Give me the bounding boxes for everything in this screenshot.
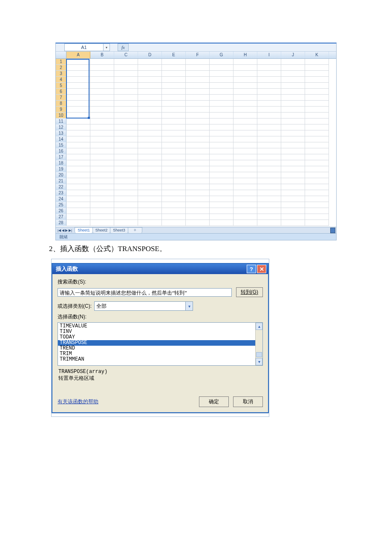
cell[interactable] <box>186 172 210 178</box>
cell[interactable] <box>114 113 138 119</box>
cell[interactable] <box>210 59 233 65</box>
cell[interactable] <box>257 220 281 226</box>
cell[interactable] <box>66 178 90 184</box>
cell[interactable] <box>138 184 162 190</box>
cell[interactable] <box>90 160 114 166</box>
cell[interactable] <box>162 124 186 130</box>
cell[interactable] <box>90 71 114 77</box>
row-header[interactable]: 2 <box>56 65 66 71</box>
list-item[interactable]: TRIMMEAN <box>58 357 255 362</box>
cell[interactable] <box>162 208 186 214</box>
cell[interactable] <box>66 148 90 154</box>
cell[interactable] <box>186 136 210 142</box>
cell[interactable] <box>233 77 257 83</box>
cell[interactable] <box>90 119 114 124</box>
cell[interactable] <box>233 208 257 214</box>
cancel-button[interactable]: 取消 <box>233 396 263 407</box>
cell[interactable] <box>281 136 305 142</box>
cell[interactable] <box>210 124 233 130</box>
cell[interactable] <box>305 178 329 184</box>
cell[interactable] <box>162 214 186 220</box>
cell[interactable] <box>305 202 329 208</box>
cell[interactable] <box>233 166 257 172</box>
cell[interactable] <box>114 172 138 178</box>
cell[interactable] <box>162 89 186 95</box>
cell[interactable] <box>162 95 186 101</box>
cell[interactable] <box>281 202 305 208</box>
cell[interactable] <box>138 142 162 148</box>
cell[interactable] <box>66 166 90 172</box>
cell[interactable] <box>66 196 90 202</box>
cell[interactable] <box>281 119 305 124</box>
row-header[interactable]: 20 <box>56 172 66 178</box>
chevron-down-icon[interactable]: ▾ <box>185 302 193 310</box>
column-header[interactable]: H <box>233 52 257 58</box>
cell[interactable] <box>257 160 281 166</box>
cell[interactable] <box>233 83 257 89</box>
cell[interactable] <box>257 142 281 148</box>
cell[interactable] <box>66 184 90 190</box>
scroll-down-icon[interactable]: ▾ <box>256 358 262 365</box>
cell[interactable] <box>186 95 210 101</box>
cell[interactable] <box>281 148 305 154</box>
cell[interactable] <box>66 202 90 208</box>
list-item[interactable]: TREND <box>58 346 255 351</box>
cell[interactable] <box>114 160 138 166</box>
cell[interactable] <box>90 208 114 214</box>
cell[interactable] <box>233 154 257 160</box>
cell[interactable] <box>186 184 210 190</box>
new-sheet-tab[interactable]: ✧ <box>128 227 142 233</box>
cell[interactable] <box>281 77 305 83</box>
cell[interactable] <box>305 113 329 119</box>
cell[interactable] <box>66 113 90 119</box>
row-header[interactable]: 4 <box>56 77 66 83</box>
cell[interactable] <box>233 130 257 136</box>
cell[interactable] <box>233 124 257 130</box>
cell[interactable] <box>281 160 305 166</box>
sheet-nav-last[interactable]: ▶| <box>69 228 72 232</box>
cell[interactable] <box>210 136 233 142</box>
cell[interactable] <box>162 101 186 107</box>
cell[interactable] <box>114 154 138 160</box>
cell[interactable] <box>257 119 281 124</box>
cell[interactable] <box>138 172 162 178</box>
cell[interactable] <box>210 214 233 220</box>
cell[interactable] <box>162 196 186 202</box>
cell[interactable] <box>210 107 233 113</box>
cell[interactable] <box>305 65 329 71</box>
row-header[interactable]: 1 <box>56 59 66 65</box>
cell[interactable] <box>186 148 210 154</box>
cell[interactable] <box>305 208 329 214</box>
cell[interactable] <box>66 142 90 148</box>
cell[interactable] <box>114 119 138 124</box>
column-header[interactable]: E <box>162 52 186 58</box>
cell[interactable] <box>210 160 233 166</box>
cell[interactable] <box>186 107 210 113</box>
cell[interactable] <box>66 154 90 160</box>
cell[interactable] <box>90 65 114 71</box>
sheet-nav-prev[interactable]: ◀ <box>62 228 64 232</box>
cell[interactable] <box>162 190 186 196</box>
name-box-dropdown[interactable]: ▾ <box>104 43 110 51</box>
row-header[interactable]: 22 <box>56 184 66 190</box>
cell[interactable] <box>114 65 138 71</box>
row-header[interactable]: 27 <box>56 214 66 220</box>
cell[interactable] <box>281 89 305 95</box>
cell[interactable] <box>114 101 138 107</box>
row-header[interactable]: 3 <box>56 71 66 77</box>
cell[interactable] <box>162 160 186 166</box>
scroll-up-icon[interactable]: ▴ <box>256 323 262 330</box>
cell[interactable] <box>233 202 257 208</box>
cell[interactable] <box>66 77 90 83</box>
cell[interactable] <box>162 220 186 226</box>
cell[interactable] <box>186 89 210 95</box>
cell[interactable] <box>162 77 186 83</box>
cell[interactable] <box>66 71 90 77</box>
cell[interactable] <box>257 154 281 160</box>
cell[interactable] <box>66 130 90 136</box>
cell[interactable] <box>257 166 281 172</box>
cell[interactable] <box>210 154 233 160</box>
cell[interactable] <box>281 166 305 172</box>
cell[interactable] <box>66 65 90 71</box>
cell[interactable] <box>305 172 329 178</box>
